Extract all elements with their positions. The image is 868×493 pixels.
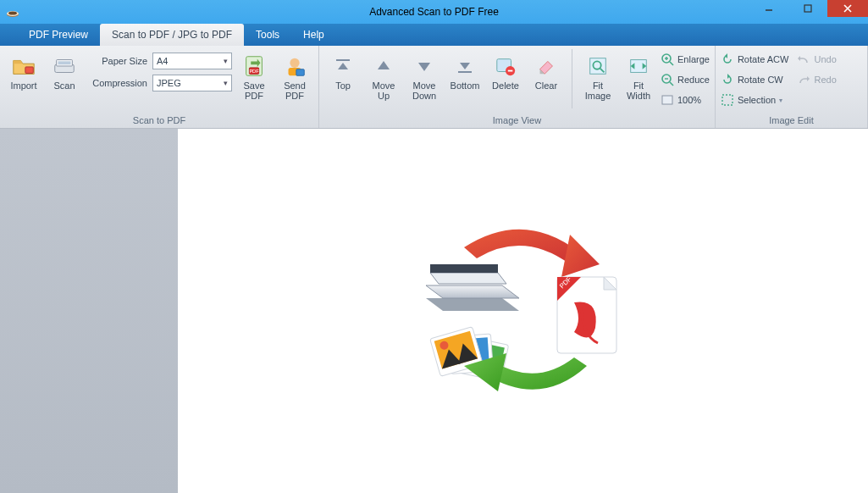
- rotate-acw-button[interactable]: Rotate ACW: [721, 51, 789, 68]
- svg-marker-19: [378, 61, 390, 69]
- send-pdf-icon: [282, 53, 307, 79]
- svg-marker-20: [418, 63, 430, 71]
- svg-marker-45: [561, 235, 600, 277]
- welcome-illustration: PDF: [405, 218, 642, 404]
- zoom-out-icon: [661, 73, 674, 86]
- enlarge-label: Enlarge: [677, 54, 710, 64]
- tab-scan-to-pdf[interactable]: Scan to PDF / JPG to PDF: [100, 24, 244, 46]
- separator: [572, 49, 572, 108]
- rotate-cw-label: Rotate CW: [738, 75, 783, 85]
- import-button[interactable]: Import: [5, 49, 42, 95]
- svg-rect-7: [25, 67, 33, 74]
- svg-marker-43: [798, 56, 800, 61]
- redo-icon: [797, 73, 810, 86]
- move-up-button[interactable]: Move Up: [365, 49, 402, 105]
- thumbnails-sidebar[interactable]: [0, 129, 178, 493]
- window-title: Advanced Scan to PDF Free: [0, 6, 868, 18]
- svg-rect-16: [296, 69, 304, 76]
- svg-point-2: [8, 12, 17, 15]
- svg-rect-17: [336, 59, 350, 61]
- preview-canvas: PDF: [178, 129, 868, 493]
- svg-point-14: [290, 58, 299, 68]
- svg-marker-18: [338, 63, 348, 69]
- save-pdf-button[interactable]: PDF Save PDF: [235, 49, 273, 105]
- svg-line-6: [844, 5, 851, 12]
- scan-label: Scan: [53, 80, 75, 91]
- scan-group-caption: Scan to PDF: [5, 114, 313, 128]
- delete-label: Delete: [492, 80, 519, 91]
- arrow-bottom-icon: [452, 53, 478, 79]
- undo-icon: [797, 53, 810, 66]
- svg-marker-21: [460, 63, 470, 69]
- top-button[interactable]: Top: [324, 49, 362, 95]
- compression-value: JPEG: [157, 78, 181, 88]
- undo-button[interactable]: Undo: [797, 51, 836, 68]
- top-label: Top: [335, 80, 351, 91]
- window-controls: [749, 0, 868, 17]
- tab-tools[interactable]: Tools: [244, 24, 291, 46]
- zoom-100-button[interactable]: 100%: [661, 91, 710, 108]
- tab-strip: PDF Preview Scan to PDF / JPG to PDF Too…: [0, 24, 868, 46]
- fit-image-button[interactable]: Fit Image: [579, 49, 616, 105]
- svg-rect-42: [722, 95, 733, 105]
- bottom-button[interactable]: Bottom: [446, 49, 484, 95]
- enlarge-button[interactable]: Enlarge: [661, 51, 710, 68]
- save-pdf-label: Save PDF: [243, 80, 264, 101]
- svg-line-37: [670, 82, 673, 86]
- send-pdf-label: Send PDF: [284, 80, 306, 101]
- svg-text:PDF: PDF: [249, 69, 259, 74]
- rotate-cw-icon: [721, 73, 734, 86]
- zoom-in-icon: [661, 53, 674, 66]
- scan-button[interactable]: Scan: [46, 49, 83, 95]
- svg-rect-10: [58, 61, 71, 64]
- svg-marker-48: [430, 273, 506, 284]
- svg-rect-39: [662, 96, 672, 104]
- ribbon-group-image-view: Top Move Up Move Down Bottom Delete Clea…: [319, 46, 716, 128]
- delete-button[interactable]: Delete: [487, 49, 524, 95]
- paper-size-value: A4: [157, 56, 168, 66]
- compression-combo[interactable]: JPEG ▾: [152, 75, 232, 91]
- folder-open-icon: [11, 53, 36, 79]
- chevron-down-icon: ▾: [224, 79, 228, 87]
- rotate-cw-button[interactable]: Rotate CW: [721, 71, 789, 88]
- ribbon-group-scan-to-pdf: Import Scan Paper Size A4 ▾ Compression: [0, 46, 319, 128]
- compression-label: Compression: [86, 78, 147, 88]
- selection-icon: [721, 93, 734, 107]
- scan-options: Paper Size A4 ▾ Compression JPEG ▾: [86, 49, 232, 91]
- fit-width-label: Fit Width: [627, 80, 650, 101]
- chevron-down-icon: ▾: [779, 97, 782, 104]
- zoom-100-label: 100%: [677, 95, 701, 105]
- move-down-button[interactable]: Move Down: [406, 49, 443, 105]
- minimize-button[interactable]: [749, 0, 788, 17]
- paper-size-combo[interactable]: A4 ▾: [152, 53, 232, 69]
- reduce-button[interactable]: Reduce: [661, 71, 710, 88]
- close-button[interactable]: [827, 0, 868, 17]
- scanner-icon: [52, 53, 77, 79]
- svg-marker-40: [725, 53, 727, 58]
- delete-image-icon: [493, 53, 518, 79]
- arrow-top-icon: [330, 53, 356, 79]
- app-icon: [5, 4, 20, 19]
- svg-marker-49: [430, 264, 498, 273]
- move-up-label: Move Up: [373, 80, 395, 101]
- selection-label: Selection: [738, 95, 776, 105]
- tab-help[interactable]: Help: [291, 24, 336, 46]
- svg-marker-44: [807, 76, 810, 81]
- reduce-label: Reduce: [677, 75, 710, 85]
- tab-pdf-preview[interactable]: PDF Preview: [17, 24, 100, 46]
- svg-marker-41: [727, 74, 730, 79]
- svg-rect-22: [458, 71, 472, 73]
- maximize-button[interactable]: [788, 0, 827, 17]
- fit-width-button[interactable]: Fit Width: [620, 49, 657, 105]
- bottom-label: Bottom: [451, 80, 480, 91]
- fit-image-label: Fit Image: [585, 80, 611, 101]
- svg-line-33: [670, 62, 673, 65]
- selection-button[interactable]: Selection ▾: [721, 91, 789, 108]
- svg-rect-4: [804, 5, 811, 12]
- redo-button[interactable]: Redo: [797, 71, 836, 88]
- fit-image-icon: [585, 53, 611, 79]
- send-pdf-button[interactable]: Send PDF: [276, 49, 313, 105]
- move-down-label: Move Down: [412, 80, 436, 101]
- clear-button[interactable]: Clear: [528, 49, 565, 95]
- image-view-caption: Image View: [324, 114, 710, 128]
